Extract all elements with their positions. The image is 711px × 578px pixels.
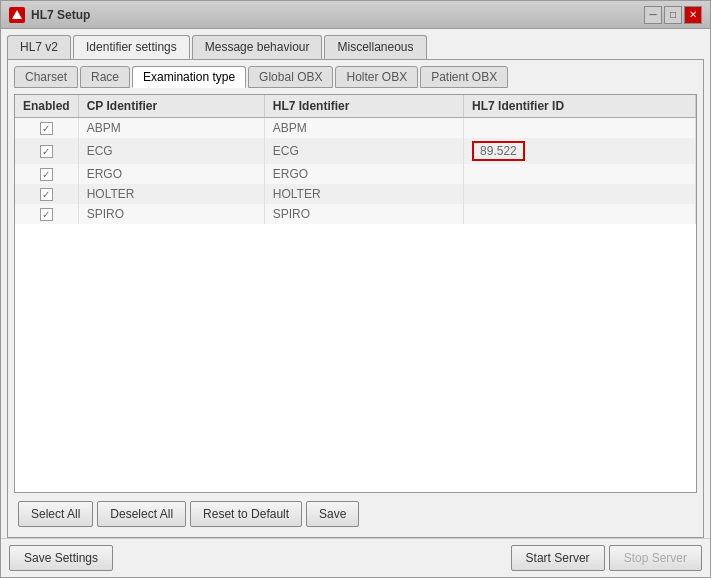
tab-message-behaviour[interactable]: Message behaviour	[192, 35, 323, 59]
title-bar: HL7 Setup ─ □ ✕	[1, 1, 710, 29]
tab-identifier-settings[interactable]: Identifier settings	[73, 35, 190, 59]
cell-hl7-identifier: ECG	[264, 138, 463, 164]
checkbox[interactable]: ✓	[40, 208, 53, 221]
tab-holter-obx[interactable]: Holter OBX	[335, 66, 418, 88]
app-icon	[9, 7, 25, 23]
main-window: HL7 Setup ─ □ ✕ HL7 v2 Identifier settin…	[0, 0, 711, 578]
select-all-button[interactable]: Select All	[18, 501, 93, 527]
identifier-table: Enabled CP Identifier HL7 Identifier HL7…	[15, 95, 696, 224]
data-table-container: Enabled CP Identifier HL7 Identifier HL7…	[14, 94, 697, 493]
tab-patient-obx[interactable]: Patient OBX	[420, 66, 508, 88]
cell-enabled[interactable]: ✓	[15, 184, 78, 204]
close-button[interactable]: ✕	[684, 6, 702, 24]
cell-cp-identifier: ERGO	[78, 164, 264, 184]
action-buttons: Select All Deselect All Reset to Default…	[14, 493, 697, 531]
cell-hl7-identifier-id	[464, 184, 696, 204]
window-title: HL7 Setup	[31, 8, 90, 22]
cell-hl7-identifier-id	[464, 204, 696, 224]
tab-global-obx[interactable]: Global OBX	[248, 66, 333, 88]
cell-enabled[interactable]: ✓	[15, 164, 78, 184]
table-row: ✓ERGOERGO	[15, 164, 696, 184]
window-controls: ─ □ ✕	[644, 6, 702, 24]
save-button[interactable]: Save	[306, 501, 359, 527]
cell-enabled[interactable]: ✓	[15, 118, 78, 139]
title-bar-left: HL7 Setup	[9, 7, 90, 23]
cell-hl7-identifier: ERGO	[264, 164, 463, 184]
col-header-hl7-identifier: HL7 Identifier	[264, 95, 463, 118]
col-header-enabled: Enabled	[15, 95, 78, 118]
deselect-all-button[interactable]: Deselect All	[97, 501, 186, 527]
sub-tab-bar: Charset Race Examination type Global OBX…	[14, 66, 697, 88]
tab-hl7v2[interactable]: HL7 v2	[7, 35, 71, 59]
footer: Save Settings Start Server Stop Server	[1, 538, 710, 577]
cell-enabled[interactable]: ✓	[15, 204, 78, 224]
table-row: ✓ABPMABPM	[15, 118, 696, 139]
cell-hl7-identifier-id[interactable]: 89.522	[464, 138, 696, 164]
col-header-cp-identifier: CP Identifier	[78, 95, 264, 118]
tab-race[interactable]: Race	[80, 66, 130, 88]
content-area: Charset Race Examination type Global OBX…	[7, 59, 704, 538]
save-settings-button[interactable]: Save Settings	[9, 545, 113, 571]
cell-enabled[interactable]: ✓	[15, 138, 78, 164]
tab-charset[interactable]: Charset	[14, 66, 78, 88]
checkbox[interactable]: ✓	[40, 188, 53, 201]
cell-hl7-identifier: HOLTER	[264, 184, 463, 204]
cell-cp-identifier: ECG	[78, 138, 264, 164]
cell-cp-identifier: SPIRO	[78, 204, 264, 224]
checkbox[interactable]: ✓	[40, 168, 53, 181]
maximize-button[interactable]: □	[664, 6, 682, 24]
stop-server-button[interactable]: Stop Server	[609, 545, 702, 571]
checkbox[interactable]: ✓	[40, 145, 53, 158]
tab-examination-type[interactable]: Examination type	[132, 66, 246, 88]
table-row: ✓SPIROSPIRO	[15, 204, 696, 224]
cell-hl7-identifier: ABPM	[264, 118, 463, 139]
highlighted-value: 89.522	[472, 141, 525, 161]
col-header-hl7-identifier-id: HL7 Identifier ID	[464, 95, 696, 118]
start-server-button[interactable]: Start Server	[511, 545, 605, 571]
cell-hl7-identifier-id	[464, 118, 696, 139]
cell-cp-identifier: HOLTER	[78, 184, 264, 204]
minimize-button[interactable]: ─	[644, 6, 662, 24]
server-buttons: Start Server Stop Server	[511, 545, 702, 571]
cell-hl7-identifier-id	[464, 164, 696, 184]
tab-miscellaneous[interactable]: Miscellaneous	[324, 35, 426, 59]
main-tab-bar: HL7 v2 Identifier settings Message behav…	[1, 29, 710, 59]
reset-to-default-button[interactable]: Reset to Default	[190, 501, 302, 527]
checkbox[interactable]: ✓	[40, 122, 53, 135]
table-row: ✓ECGECG89.522	[15, 138, 696, 164]
table-row: ✓HOLTERHOLTER	[15, 184, 696, 204]
table-header-row: Enabled CP Identifier HL7 Identifier HL7…	[15, 95, 696, 118]
cell-cp-identifier: ABPM	[78, 118, 264, 139]
cell-hl7-identifier: SPIRO	[264, 204, 463, 224]
